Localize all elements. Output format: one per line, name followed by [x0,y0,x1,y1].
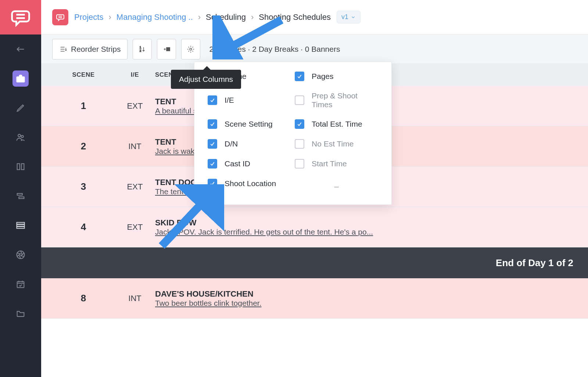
annotation-arrow-bottom [151,184,224,250]
breadcrumb-bar: Projects › Managing Shooting .. › Schedu… [41,0,588,35]
scene-ie: INT [115,294,155,303]
col-ie: I/E [115,71,155,79]
col-toggle-start-time[interactable]: Start Time [295,159,378,168]
add-strip-button[interactable] [157,39,176,59]
svg-rect-8 [17,193,22,195]
project-logo[interactable] [52,9,68,25]
chevron-down-icon [351,15,356,20]
scene-setting: DAVE'S HOUSE/KITCHEN Two beer bottles cl… [155,289,577,308]
briefcase-icon[interactable] [12,70,29,87]
folder-icon[interactable] [0,299,41,328]
svg-rect-27 [166,47,170,51]
app-logo[interactable] [0,0,41,35]
col-toggle-dn[interactable]: D/N [208,139,291,149]
svg-point-13 [17,251,25,259]
crumb-projects[interactable]: Projects [74,12,103,22]
scene-ie: EXT [115,222,155,232]
svg-rect-7 [21,164,24,170]
dropdown-dash: _ [295,179,378,188]
adjust-columns-tooltip: Adjust Columns [171,70,241,89]
svg-rect-10 [17,222,25,224]
scene-title: DAVE'S HOUSE/KITCHEN [155,289,577,299]
scene-number: 2 [52,141,115,152]
scene-ie: INT [115,142,155,151]
col-toggle-total-est[interactable]: Total Est. Time [295,119,378,129]
svg-point-5 [21,135,24,138]
pencil-icon[interactable] [0,93,41,123]
reorder-strips-button[interactable]: Reorder Strips [52,39,128,59]
breadcrumb: Projects › Managing Shooting .. › Schedu… [74,12,331,22]
reorder-strips-label: Reorder Strips [71,45,121,54]
svg-point-4 [18,134,21,137]
back-icon[interactable] [0,35,41,64]
scene-strip[interactable]: 4 EXT SKID ROW Jack's POV. Jack is terri… [41,207,588,247]
annotation-arrow-top [212,15,286,59]
chevron-right-icon: › [108,12,111,22]
chevron-right-icon: › [198,12,201,22]
version-label: v1 [341,13,348,21]
svg-rect-3 [17,77,25,82]
day-break: End of Day 1 of 2 [41,247,588,278]
aperture-icon[interactable] [0,240,41,269]
columns-icon[interactable] [0,152,41,181]
sidebar [0,0,41,377]
scene-number: 4 [52,221,115,233]
calendar-icon[interactable] [0,269,41,299]
scene-ie: EXT [115,182,155,192]
svg-rect-14 [17,282,24,287]
scene-number: 8 [52,293,115,304]
svg-text:2: 2 [140,49,141,52]
col-scene: SCENE [52,71,115,79]
crumb-project[interactable]: Managing Shooting .. [116,12,193,22]
svg-rect-12 [17,227,25,229]
toolbar: Reorder Strips 12 25 Scenes · 2 Day Brea… [41,35,588,64]
scene-number: 3 [52,181,115,192]
col-toggle-cast-id[interactable]: Cast ID [208,159,291,168]
svg-line-29 [221,20,282,52]
col-toggle-prep-shoot[interactable]: Prep & Shoot Times [295,91,378,109]
col-toggle-pages[interactable]: Pages [295,72,378,81]
version-selector[interactable]: v1 [337,11,361,23]
scene-strip[interactable]: 8 INT DAVE'S HOUSE/KITCHEN Two beer bott… [41,278,588,319]
settings-button[interactable] [181,39,200,59]
svg-point-28 [190,48,192,50]
strips-icon[interactable] [0,181,41,211]
list-icon[interactable] [0,211,41,240]
people-icon[interactable] [0,123,41,152]
svg-rect-6 [17,164,20,170]
svg-rect-9 [19,197,24,199]
scene-number: 1 [52,100,115,112]
col-toggle-scene-setting[interactable]: Scene Setting [208,119,291,129]
svg-rect-11 [17,225,25,226]
renumber-button[interactable]: 12 [133,39,152,59]
col-toggle-no-est[interactable]: No Est Time [295,139,378,149]
scene-ie: EXT [115,101,155,111]
svg-line-30 [162,195,209,246]
gear-icon [187,45,195,53]
svg-text:1: 1 [140,46,141,49]
day-break-label: End of Day 1 of 2 [496,257,573,269]
scene-desc: Two beer bottles clink together. [155,299,577,308]
col-toggle-ie[interactable]: I/E [208,91,291,109]
